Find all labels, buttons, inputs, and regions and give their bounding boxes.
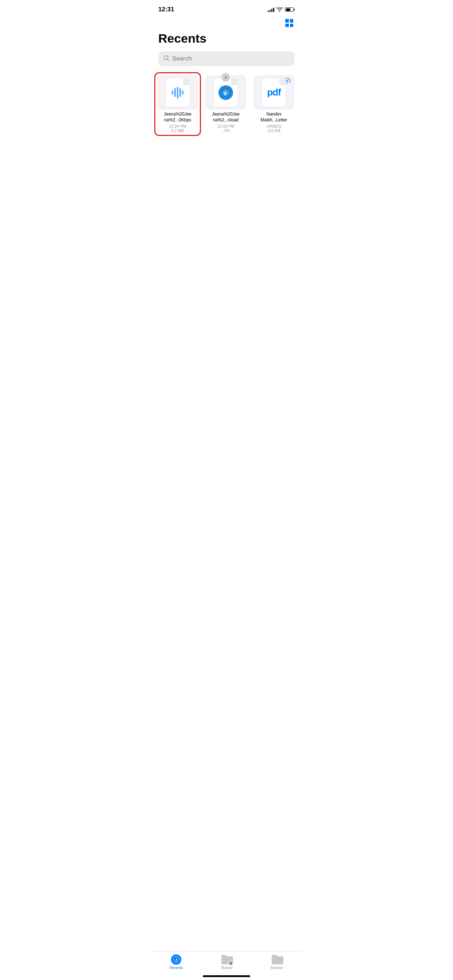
file-thumbnail: × [206, 75, 246, 110]
file-thumbnail: pdf [254, 75, 294, 110]
wifi-icon [276, 7, 283, 12]
grid-view-button[interactable] [284, 18, 295, 29]
doc-shape: pdf [262, 78, 286, 107]
file-item[interactable]: × [204, 73, 248, 135]
cancel-badge[interactable]: × [222, 73, 230, 82]
file-name: Jeena%20Jeena%2...nload [212, 111, 239, 123]
audio-icon [172, 86, 183, 99]
toolbar [151, 16, 302, 31]
file-grid: Jeena%20Jeena%2...0Kbps 12:24 PM 9.2 MB … [151, 73, 302, 135]
safari-thumbnail-icon [219, 85, 233, 100]
battery-icon [285, 7, 295, 12]
status-icons [268, 7, 295, 12]
status-bar: 12:31 [151, 0, 302, 16]
file-size: 121 KB [267, 128, 281, 133]
file-time: 12:24 PM [169, 124, 186, 128]
file-item[interactable]: pdf NandiniMaikh...Letter 14/09/22 121 K… [252, 73, 296, 135]
search-bar[interactable] [158, 51, 295, 66]
file-name: Jeena%20Jeena%2...0Kbps [164, 111, 191, 123]
grid-icon [285, 19, 293, 27]
search-icon [163, 55, 169, 62]
file-time: 12:19 PM [217, 124, 234, 128]
file-item[interactable]: Jeena%20Jeena%2...0Kbps 12:24 PM 9.2 MB [155, 73, 200, 135]
page-title: Recents [151, 31, 302, 51]
signal-icon [268, 7, 274, 12]
file-name: NandiniMaikh...Letter [261, 111, 287, 123]
doc-shape [214, 78, 238, 107]
status-time: 12:31 [158, 6, 174, 13]
pdf-label: pdf [267, 87, 281, 98]
file-thumbnail [158, 75, 198, 110]
file-size: 9.2 MB [171, 128, 184, 133]
file-time: 14/09/22 [266, 124, 282, 128]
search-input[interactable] [172, 55, 290, 62]
svg-line-1 [167, 59, 169, 60]
file-download-status: ↓ 0% [222, 128, 230, 133]
doc-shape [165, 78, 190, 107]
audio-waves-icon [172, 86, 183, 99]
